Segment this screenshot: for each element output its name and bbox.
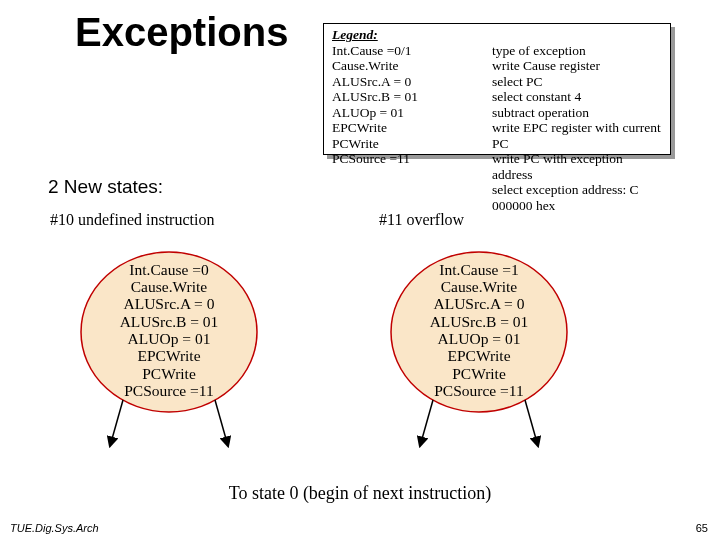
legend-signal: ALUOp = 01 [332,105,492,121]
legend-signal: Int.Cause =0/1 [332,43,492,59]
legend-desc: write Cause register [492,58,662,74]
state-node-11: Int.Cause =1 Cause.Write ALUSrc.A = 0 AL… [370,237,588,455]
legend-signals-col: Int.Cause =0/1 Cause.Write ALUSrc.A = 0 … [332,43,492,214]
legend-desc: type of exception [492,43,662,59]
state-line: ALUOp = 01 [128,330,211,347]
state-line: PCSource =11 [124,382,214,399]
legend-desc: write EPC register with current PC [492,120,662,151]
state-node-10: Int.Cause =0 Cause.Write ALUSrc.A = 0 AL… [60,237,278,455]
legend-signal: PCWrite [332,136,492,152]
continue-text: To state 0 (begin of next instruction) [0,483,720,504]
slide-title: Exceptions [75,10,288,55]
legend-heading: Legend: [332,27,662,43]
state-line: EPCWrite [447,347,510,364]
footer-right: 65 [696,522,708,534]
legend-signal: ALUSrc.A = 0 [332,74,492,90]
legend-signal: PCSource =11 [332,151,492,167]
footer-left: TUE.Dig.Sys.Arch [10,522,99,534]
state-line: Cause.Write [131,278,207,295]
state-line: Cause.Write [441,278,517,295]
legend-desc: write PC with exception address [492,151,662,182]
legend-signal: Cause.Write [332,58,492,74]
state-line: EPCWrite [137,347,200,364]
legend-desc: select exception address: C 000000 hex [492,182,662,213]
legend-signal: ALUSrc.B = 01 [332,89,492,105]
legend-desc: select constant 4 [492,89,662,105]
state-line: ALUSrc.B = 01 [120,313,219,330]
legend-desc-col: type of exception write Cause register s… [492,43,662,214]
legend-desc: select PC [492,74,662,90]
state-text-11: Int.Cause =1 Cause.Write ALUSrc.A = 0 AL… [370,221,588,439]
state-line: Int.Cause =0 [129,261,208,278]
state-line: PCSource =11 [434,382,524,399]
state-line: ALUOp = 01 [438,330,521,347]
state-line: ALUSrc.B = 01 [430,313,529,330]
state-text-10: Int.Cause =0 Cause.Write ALUSrc.A = 0 AL… [60,221,278,439]
state-line: ALUSrc.A = 0 [124,295,215,312]
state-line: ALUSrc.A = 0 [434,295,525,312]
state-line: PCWrite [142,365,196,382]
legend-signal: EPCWrite [332,120,492,136]
legend-box: Legend: Int.Cause =0/1 Cause.Write ALUSr… [323,23,671,155]
state-line: PCWrite [452,365,506,382]
state-line: Int.Cause =1 [439,261,518,278]
legend-desc: subtract operation [492,105,662,121]
subheader: 2 New states: [48,176,163,198]
